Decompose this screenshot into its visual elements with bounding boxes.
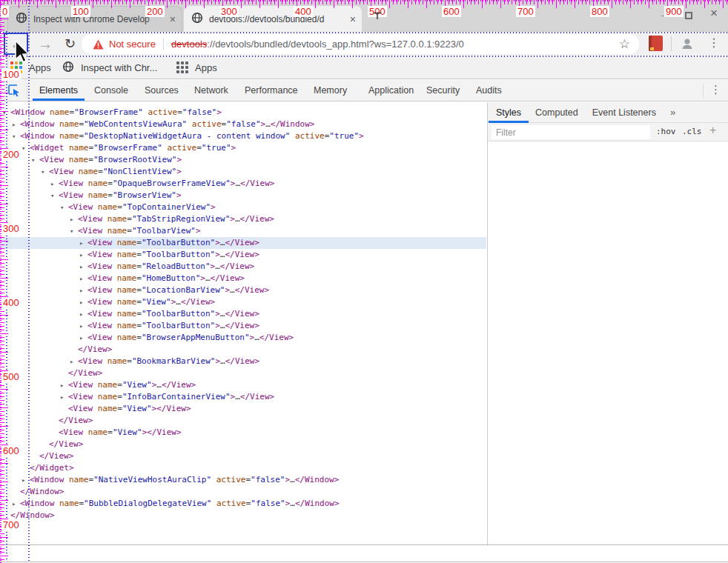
- window-close-button[interactable]: ×: [710, 6, 718, 21]
- tree-row[interactable]: ▾<Window name="DesktopNativeWidgetAura -…: [0, 130, 486, 142]
- collapse-arrow-icon[interactable]: ▾: [12, 130, 20, 142]
- tree-row[interactable]: ▸<View name="HomeButton">…</View>: [0, 273, 486, 284]
- security-status-label[interactable]: Not secure: [109, 39, 156, 50]
- bookmark-inspect-page[interactable]: Inspect with Chr...: [62, 56, 157, 79]
- tree-row[interactable]: ▾<View name="ToolbarView">: [0, 225, 486, 237]
- more-tabs-icon[interactable]: »: [670, 107, 675, 118]
- collapse-arrow-icon[interactable]: ▾: [70, 225, 78, 237]
- tree-row[interactable]: ▾<View name="BrowserView">: [0, 190, 486, 201]
- tab-security[interactable]: Security: [426, 85, 460, 96]
- collapse-arrow-icon[interactable]: ▾: [31, 154, 39, 166]
- tree-row[interactable]: ▸<View name="BrowserAppMenuButton">…</Vi…: [0, 332, 486, 344]
- minimize-button[interactable]: _: [661, 4, 667, 17]
- expand-arrow-icon[interactable]: ▸: [12, 498, 20, 510]
- tree-row[interactable]: </View>: [0, 450, 486, 462]
- styles-filter-input[interactable]: [492, 125, 650, 139]
- tab-performance[interactable]: Performance: [245, 85, 298, 96]
- tab-close-icon[interactable]: ×: [170, 14, 176, 24]
- tree-row[interactable]: </View>: [0, 439, 486, 450]
- tree-row[interactable]: <View name="View"></View>: [0, 427, 486, 439]
- tree-row[interactable]: </View>: [0, 367, 486, 379]
- url-text[interactable]: devtools://devtools/bundled/devtools_app…: [171, 39, 464, 50]
- bookmark-apps-shortcut-2[interactable]: Apps: [176, 56, 217, 79]
- tab-styles[interactable]: Styles: [496, 107, 521, 118]
- reload-button[interactable]: ↻: [64, 34, 76, 53]
- tree-row[interactable]: ▸<View name="TabStripRegionView">…</View…: [0, 213, 486, 225]
- toggle-class-button[interactable]: .cls: [682, 127, 702, 136]
- tab-console[interactable]: Console: [94, 85, 128, 96]
- omnibox[interactable]: Not secure devtools://devtools/bundled/d…: [82, 34, 639, 54]
- tree-row[interactable]: ▸<View name="ToolbarButton">…</View>: [0, 237, 486, 249]
- expand-arrow-icon[interactable]: ▸: [79, 308, 87, 320]
- browser-toolbar: ← → ↻ Not secure devtools://devtools/bun…: [0, 32, 728, 56]
- expand-arrow-icon[interactable]: ▸: [79, 284, 87, 296]
- collapse-arrow-icon[interactable]: ▾: [2, 107, 10, 119]
- tree-row[interactable]: ▸<View name="InfoBarContainerView">…</Vi…: [0, 391, 486, 403]
- new-style-rule-button[interactable]: +: [709, 124, 716, 137]
- browser-tab-inactive[interactable]: Inspect with Chrome Develop ×: [7, 6, 182, 32]
- expand-arrow-icon[interactable]: ▸: [79, 320, 87, 332]
- expand-arrow-icon[interactable]: ▸: [79, 332, 87, 344]
- tab-event-listeners[interactable]: Event Listeners: [592, 107, 656, 118]
- expand-arrow-icon[interactable]: ▸: [79, 273, 87, 284]
- tree-row[interactable]: ▸<Window name="NativeViewHostAuraClip" a…: [0, 474, 486, 486]
- tree-row[interactable]: ▸<Window name="WebContentsViewAura" acti…: [0, 119, 486, 130]
- expand-arrow-icon[interactable]: ▸: [79, 296, 87, 308]
- tree-row[interactable]: </Window>: [0, 510, 486, 522]
- tree-row[interactable]: ▸<View name="ToolbarButton">…</View>: [0, 249, 486, 261]
- tab-elements[interactable]: Elements: [39, 85, 78, 96]
- expand-arrow-icon[interactable]: ▸: [50, 178, 59, 190]
- tree-row[interactable]: ▸<View name="ReloadButton">…</View>: [0, 261, 486, 273]
- tree-row[interactable]: </Widget>: [0, 462, 486, 474]
- tree-row[interactable]: ▸<View name="LocationBarView">…</View>: [0, 284, 486, 296]
- browser-menu-icon[interactable]: ⋮: [708, 36, 720, 50]
- collapse-arrow-icon[interactable]: ▾: [50, 190, 59, 201]
- expand-arrow-icon[interactable]: ▸: [70, 356, 78, 367]
- tab-memory[interactable]: Memory: [314, 85, 347, 96]
- profile-avatar-icon[interactable]: [679, 36, 695, 55]
- tree-row[interactable]: ▸<Window name="BubbleDialogDelegateView"…: [0, 498, 486, 510]
- drawer-top-border[interactable]: [0, 544, 728, 545]
- toggle-hover-state-button[interactable]: :hov: [656, 127, 676, 136]
- browser-tab-active[interactable]: devtools://devtools/bundled/d ×: [184, 6, 362, 32]
- tree-row[interactable]: ▸<View name="View">…</View>: [0, 379, 486, 391]
- bookmark-apps-shortcut[interactable]: Apps: [10, 56, 51, 79]
- tree-row[interactable]: ▾<View name="TopContainerView">: [0, 201, 486, 213]
- tree-row[interactable]: ▸<View name="View">…</View>: [0, 296, 486, 308]
- tab-computed[interactable]: Computed: [535, 107, 578, 118]
- expand-arrow-icon[interactable]: ▸: [79, 237, 87, 249]
- collapse-arrow-icon[interactable]: ▾: [60, 201, 68, 213]
- devtools-menu-icon[interactable]: ⋮: [710, 83, 721, 96]
- expand-arrow-icon[interactable]: ▸: [21, 474, 30, 486]
- tab-audits[interactable]: Audits: [476, 85, 502, 96]
- bookmark-star-icon[interactable]: ☆: [619, 36, 630, 52]
- expand-arrow-icon[interactable]: ▸: [79, 261, 87, 273]
- tree-row[interactable]: ▸<View name="ToolbarButton">…</View>: [0, 320, 486, 332]
- expand-arrow-icon[interactable]: ▸: [79, 249, 87, 261]
- maximize-icon[interactable]: [685, 12, 692, 19]
- extension-book-icon[interactable]: [649, 36, 663, 51]
- tab-application[interactable]: Application: [368, 85, 414, 96]
- collapse-arrow-icon[interactable]: ▾: [21, 142, 30, 154]
- tab-sources[interactable]: Sources: [145, 85, 179, 96]
- tree-row[interactable]: ▾<View name="BrowserRootView">: [0, 154, 486, 166]
- tree-row[interactable]: </View>: [0, 415, 486, 427]
- toolbar-divider: [703, 84, 704, 98]
- tree-row[interactable]: </Window>: [0, 486, 486, 498]
- forward-button[interactable]: →: [38, 34, 53, 53]
- tree-row[interactable]: ▾<Widget name="BrowserFrame" active="tru…: [0, 142, 486, 154]
- expand-arrow-icon[interactable]: ▸: [70, 213, 78, 225]
- expand-arrow-icon[interactable]: ▸: [60, 379, 68, 391]
- tree-row[interactable]: ▾<View name="NonClientView">: [0, 166, 486, 178]
- tree-row[interactable]: </View>: [0, 344, 486, 356]
- tree-row[interactable]: ▸<View name="ToolbarButton">…</View>: [0, 308, 486, 320]
- collapse-arrow-icon[interactable]: ▾: [41, 166, 49, 178]
- tree-row[interactable]: ▸<View name="BookmarkBarView">…</View>: [0, 356, 486, 367]
- expand-arrow-icon[interactable]: ▸: [12, 119, 20, 130]
- tree-row[interactable]: ▾<Window name="BrowserFrame" active="fal…: [0, 107, 486, 119]
- tree-row[interactable]: <View name="View"></View>: [0, 403, 486, 415]
- tab-close-icon[interactable]: ×: [350, 14, 356, 24]
- tree-row[interactable]: ▸<View name="OpaqueBrowserFrameView">…</…: [0, 178, 486, 190]
- tab-network[interactable]: Network: [194, 85, 228, 96]
- expand-arrow-icon[interactable]: ▸: [60, 391, 68, 403]
